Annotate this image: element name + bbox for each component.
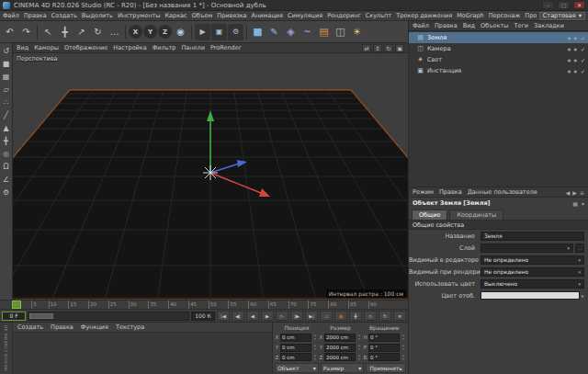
enabled-check-icon[interactable]: ✓: [581, 57, 585, 63]
spinner[interactable]: ▴▾: [401, 334, 406, 341]
add-environment-icon[interactable]: ▤: [316, 24, 332, 40]
go-end-button[interactable]: ▶|: [305, 311, 318, 321]
visibility-dots[interactable]: ● ●: [568, 36, 578, 40]
lock-z-icon[interactable]: Z: [158, 25, 172, 39]
add-primitive-icon[interactable]: ■: [250, 24, 266, 40]
spinner[interactable]: ▴▾: [356, 344, 362, 351]
am-menu-userdata[interactable]: Данные пользователя: [468, 188, 537, 196]
menu-snap[interactable]: Привязка: [217, 12, 246, 19]
tab-coordinates[interactable]: Координаты: [449, 210, 503, 220]
enabled-check-icon[interactable]: ✓: [581, 35, 585, 41]
record-scale-button[interactable]: ◇: [364, 311, 377, 321]
chevron-down-icon[interactable]: ▾: [582, 200, 584, 207]
add-generator-icon[interactable]: ◈: [283, 24, 299, 40]
menu-simulate[interactable]: Симуляция: [288, 12, 322, 19]
rotation-b-input[interactable]: [368, 353, 400, 361]
toggle-views-icon[interactable]: ▣: [395, 44, 404, 52]
menu-render[interactable]: Рендеринг: [327, 12, 361, 19]
position-y-input[interactable]: [280, 344, 311, 352]
vmenu-display[interactable]: Отображение: [64, 44, 107, 51]
mat-menu-edit[interactable]: Правка: [51, 323, 74, 331]
vmenu-prorender[interactable]: ProRender: [210, 44, 241, 51]
rotation-h-input[interactable]: [368, 334, 400, 342]
size-mode-dropdown[interactable]: Размер▾: [321, 363, 365, 373]
record-parameters-button[interactable]: ≡: [393, 311, 406, 321]
vmenu-options[interactable]: Настройка: [113, 44, 146, 51]
object-row-floor[interactable]: ▤ Земля ● ● ✓: [409, 32, 588, 43]
viewport-solo-icon[interactable]: ◎: [1, 148, 12, 159]
menu-volume[interactable]: Объем: [192, 12, 213, 19]
display-color-swatch[interactable]: [481, 291, 580, 300]
next-frame-button[interactable]: ▷: [276, 311, 288, 321]
history-forward-icon[interactable]: ▶: [572, 189, 577, 196]
render-picture-viewer-icon[interactable]: ▣: [211, 24, 227, 40]
menu-mograph[interactable]: MoGraph: [457, 12, 484, 19]
lock-x-icon[interactable]: X: [129, 25, 142, 39]
minimize-button[interactable]: –: [542, 1, 554, 9]
spinner[interactable]: ▴▾: [401, 354, 406, 361]
size-z-input[interactable]: [324, 353, 356, 361]
spinner[interactable]: ▴▾: [312, 354, 318, 361]
model-mode-icon[interactable]: ■: [1, 58, 12, 69]
object-mode-dropdown[interactable]: Объект▾: [275, 363, 319, 373]
menu-file[interactable]: Файл: [3, 12, 19, 19]
menu-character[interactable]: Персонаж: [489, 12, 521, 19]
vmenu-view[interactable]: Вид: [17, 44, 28, 51]
mat-menu-create[interactable]: Создать: [17, 323, 43, 331]
am-options-icon[interactable]: ≡: [580, 189, 584, 196]
visible-editor-dropdown[interactable]: Не определено▾: [481, 255, 584, 265]
position-x-input[interactable]: [280, 334, 311, 342]
name-input[interactable]: [481, 232, 584, 241]
lock-y-icon[interactable]: Y: [143, 25, 157, 39]
enable-axis-icon[interactable]: ╋: [1, 135, 12, 146]
visibility-dots[interactable]: ● ●: [568, 69, 578, 74]
size-x-input[interactable]: [324, 334, 356, 342]
visibility-dots[interactable]: ● ●: [568, 47, 578, 51]
enabled-check-icon[interactable]: ✓: [581, 68, 585, 74]
spinner[interactable]: ▴▾: [356, 354, 362, 361]
live-selection-icon[interactable]: ↖: [40, 24, 56, 40]
menu-select[interactable]: Выделить: [82, 12, 113, 19]
timeline-slider[interactable]: [28, 312, 189, 321]
vmenu-cameras[interactable]: Камеры: [34, 44, 59, 51]
recent-tools-icon[interactable]: …: [107, 24, 122, 40]
am-grid-icon[interactable]: ▦: [572, 200, 578, 207]
vmenu-panel[interactable]: Панели: [181, 44, 205, 51]
pan-icon[interactable]: ⇄: [362, 44, 371, 52]
menu-create[interactable]: Создать: [51, 12, 77, 19]
menu-motion-tracker[interactable]: Трекер движения: [396, 12, 452, 19]
menu-animate[interactable]: Анимация: [252, 12, 283, 19]
polygons-mode-icon[interactable]: ▲: [1, 122, 12, 133]
viewport-label[interactable]: Перспектива: [17, 55, 58, 62]
snap-icon[interactable]: Ω: [1, 161, 12, 172]
make-editable-icon[interactable]: ↺: [1, 45, 12, 56]
visibility-dots[interactable]: ● ●: [568, 58, 578, 62]
spinner[interactable]: ▴▾: [356, 334, 362, 341]
quantize-icon[interactable]: ∠: [1, 174, 12, 185]
layer-browse-button[interactable]: …: [575, 244, 584, 253]
texture-mode-icon[interactable]: ▦: [1, 71, 12, 82]
modeling-settings-icon[interactable]: ⚙: [1, 187, 12, 198]
redo-icon[interactable]: ↷: [18, 24, 34, 40]
prev-key-button[interactable]: ◀|: [232, 311, 244, 321]
om-menu-bookmarks[interactable]: Закладки: [534, 22, 564, 29]
add-camera-icon[interactable]: ◫: [333, 24, 348, 40]
om-menu-objects[interactable]: Объекты: [481, 22, 509, 29]
layout-select[interactable]: Стартовая ▾: [539, 12, 585, 20]
apply-button[interactable]: Применить: [366, 363, 406, 373]
record-rotation-button[interactable]: ↻: [379, 311, 391, 321]
mat-menu-texture[interactable]: Текстура: [116, 323, 144, 331]
maximize-button[interactable]: □: [558, 1, 570, 9]
history-back-icon[interactable]: ◀: [566, 189, 571, 196]
points-mode-icon[interactable]: ∴: [1, 96, 12, 108]
expand-color-icon[interactable]: ▸: [582, 292, 584, 299]
menu-pipeline[interactable]: Производственный процесс: [525, 12, 536, 19]
menu-edit[interactable]: Правка: [24, 12, 47, 19]
record-position-button[interactable]: ╋: [349, 311, 362, 321]
prev-frame-button[interactable]: ◀: [246, 311, 259, 321]
menu-tools[interactable]: Инструменты: [118, 12, 161, 19]
current-frame-field[interactable]: 0 F: [2, 312, 26, 321]
workplane-mode-icon[interactable]: ▱: [1, 84, 12, 95]
menu-sculpt[interactable]: Скульпт: [366, 12, 391, 19]
vmenu-filter[interactable]: Фильтр: [153, 44, 176, 51]
